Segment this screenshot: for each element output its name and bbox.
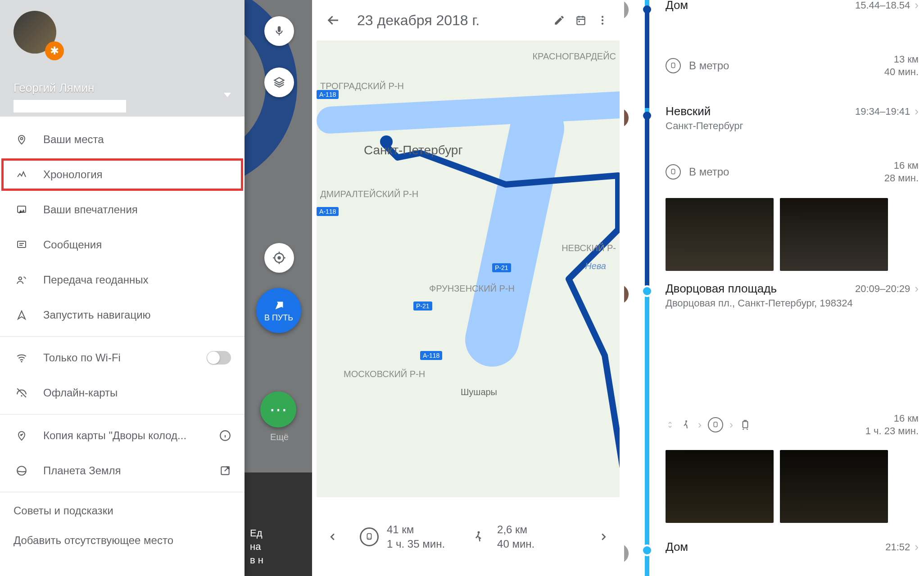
svg-point-15 (602, 22, 603, 24)
segment-distance: 16 км (865, 412, 919, 425)
menu-your-places[interactable]: Ваши места (0, 122, 245, 157)
menu-label: Передача геоданных (43, 274, 149, 286)
more-menu-button[interactable] (592, 9, 613, 31)
menu-label: Сообщения (43, 238, 102, 251)
edit-button[interactable] (548, 9, 570, 31)
menu-map-copy[interactable]: Копия карты "Дворы колод... (0, 418, 245, 453)
menu-tips[interactable]: Советы и подсказки (0, 496, 245, 526)
home-marker[interactable] (624, 0, 629, 20)
timeline-segment-mixed[interactable]: › › 16 км1 ч. 23 мин. (666, 412, 919, 437)
entry-title: Невский (666, 104, 743, 118)
svg-point-0 (277, 256, 281, 260)
menu-label: Копия карты "Дворы колод... (43, 429, 186, 442)
menu-label: Добавить отсутствующее место (14, 534, 173, 547)
menu-label: Ваши впечатления (43, 203, 138, 216)
entry-title: Дом (666, 540, 688, 554)
svg-point-13 (602, 16, 603, 18)
offline-icon (14, 385, 30, 401)
timeline-entry-palace-square[interactable]: Дворцовая площадь Дворцовая пл., Санкт-П… (666, 282, 919, 309)
photo-thumbnail[interactable] (666, 198, 774, 271)
svg-point-20 (478, 531, 480, 533)
entry-subtitle: Санкт-Петербург (666, 120, 743, 132)
svg-point-2 (21, 138, 23, 140)
navigate-icon (272, 299, 286, 313)
entry-title: Дворцовая площадь (666, 282, 853, 296)
next-day-button[interactable] (590, 523, 617, 550)
timeline-photos[interactable] (666, 189, 919, 271)
calendar-button[interactable] (570, 9, 592, 31)
highway-badge: Р-21 (413, 302, 432, 310)
photo-thumbnail[interactable] (780, 450, 888, 523)
navigation-drawer: ✱ Георгий Лямин Ваши места Хронология Ва… (0, 0, 245, 576)
menu-start-navigation[interactable]: Запустить навигацию (0, 297, 245, 333)
place-marker[interactable] (624, 108, 629, 128)
my-location-button[interactable] (264, 243, 294, 273)
timeline-entry-home[interactable]: Дом 15.44–18.54› (666, 0, 919, 12)
prev-day-button[interactable] (319, 523, 346, 550)
menu-contributions[interactable]: Ваши впечатления (0, 192, 245, 227)
highway-badge: А-118 (317, 207, 339, 216)
menu-timeline[interactable]: Хронология (0, 157, 245, 192)
home-marker[interactable] (624, 544, 629, 563)
town-label-shushary: Шушары (461, 387, 497, 397)
menu-messages[interactable]: Сообщения (0, 227, 245, 262)
account-dropdown-icon[interactable] (224, 93, 231, 97)
menu-wifi-only[interactable]: Только по Wi-Fi (0, 340, 245, 375)
voice-search-button[interactable] (264, 16, 294, 46)
timeline-photos[interactable] (666, 441, 919, 523)
svg-point-6 (21, 361, 22, 362)
more-fab[interactable]: ⋯ (260, 392, 296, 428)
district-label-admiralt: ДМИРАЛТЕЙСКИЙ Р-Н (320, 189, 418, 199)
photo-thumbnail[interactable] (780, 198, 888, 271)
transit-distance: 41 км (387, 522, 445, 537)
timeline-entry-home[interactable]: Дом 21:52› (666, 540, 919, 554)
contributions-icon (14, 202, 30, 218)
wifi-icon (14, 350, 30, 366)
saved-map-icon (14, 428, 30, 444)
timeline-list-panel: Дом 15.44–18.54› В метро 13 км40 мин. Не… (624, 0, 924, 576)
walk-stat: 2,6 км 40 мин. (472, 522, 534, 551)
timeline-map[interactable]: КРАСНОГВАРДЕЙС ТРОГРАДСКИЙ Р-Н Санкт-Пет… (317, 40, 620, 497)
district-label-frunze: ФРУНЗЕНСКИЙ Р-Н (429, 284, 515, 294)
menu-location-sharing[interactable]: Передача геоданных (0, 262, 245, 297)
pencil-icon (553, 14, 565, 26)
timeline-icon (14, 166, 30, 183)
route-polyline (317, 40, 620, 497)
wifi-only-toggle[interactable] (207, 351, 231, 364)
menu-label: Только по Wi-Fi (43, 351, 121, 364)
svg-rect-12 (579, 21, 580, 22)
walk-duration: 40 мин. (497, 537, 534, 551)
segment-mode: В метро (689, 59, 729, 72)
layers-button[interactable] (264, 68, 294, 97)
menu-list: Ваши места Хронология Ваши впечатления С… (0, 117, 245, 555)
navigate-fab[interactable]: В ПУТЬ (256, 288, 301, 333)
chevron-right-icon: › (915, 104, 919, 118)
entry-time: 19:34–19:41 (855, 106, 910, 117)
drawer-header[interactable]: ✱ Георгий Лямин (0, 0, 245, 117)
entry-time: 21:52 (885, 541, 910, 553)
more-dots-icon: ⋯ (269, 399, 287, 420)
timeline-segment-metro[interactable]: В метро 13 км40 мин. (666, 53, 919, 78)
svg-rect-17 (367, 533, 371, 539)
back-button[interactable] (323, 9, 344, 31)
crosshair-icon (272, 251, 286, 265)
timeline-date-title: 23 декабря 2018 г. (344, 12, 548, 29)
place-marker[interactable] (624, 284, 629, 304)
svg-rect-26 (714, 422, 717, 427)
svg-point-25 (685, 420, 687, 422)
svg-rect-27 (743, 421, 748, 428)
menu-offline-maps[interactable]: Офлайн-карты (0, 375, 245, 410)
info-icon[interactable] (219, 430, 231, 441)
svg-point-9 (17, 466, 26, 475)
menu-add-missing-place[interactable]: Добавить отсутствующее место (0, 526, 245, 555)
walk-icon (681, 418, 692, 432)
timeline-entry-nevsky[interactable]: Невский Санкт-Петербург 19:34–19:41› (666, 104, 919, 132)
photo-strip[interactable]: Ед на в н (245, 472, 312, 576)
photo-thumbnail[interactable] (666, 450, 774, 523)
location-sharing-icon (14, 272, 30, 288)
menu-google-earth[interactable]: Планета Земля (0, 453, 245, 488)
earth-icon (14, 463, 30, 479)
timeline-list[interactable]: Дом 15.44–18.54› В метро 13 км40 мин. Не… (627, 0, 924, 576)
menu-label: Запустить навигацию (43, 309, 151, 321)
timeline-segment-metro[interactable]: В метро 16 км28 мин. (666, 159, 919, 184)
